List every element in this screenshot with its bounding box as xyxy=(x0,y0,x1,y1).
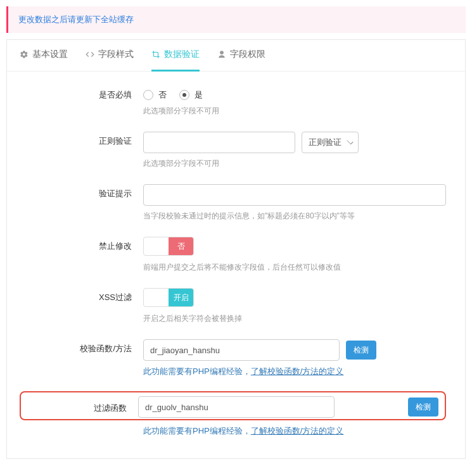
help-xss: 开启之后相关字符会被替换掉 xyxy=(143,313,446,324)
label-xss: XSS过滤 xyxy=(26,287,143,303)
label-filterfn: 过滤函数 xyxy=(27,400,138,414)
tabs: 基本设置 字段样式 数据验证 字段权限 xyxy=(7,40,465,72)
switch-knob xyxy=(144,289,169,306)
label-required: 是否必填 xyxy=(26,84,143,101)
label-tip: 验证提示 xyxy=(26,183,143,199)
row-required: 是否必填 否 是 此选项部分字段不可用 xyxy=(26,84,446,125)
row-forbid: 禁止修改 否 前端用户提交之后将不能修改字段值，后台任然可以修改值 xyxy=(26,235,446,282)
regex-select[interactable]: 正则验证 xyxy=(302,132,359,153)
code-icon xyxy=(86,50,94,59)
radio-circle-icon xyxy=(179,90,189,100)
help-filterfn-text: 此功能需要有PHP编程经验， xyxy=(143,426,251,435)
row-regex: 正则验证 正则验证 此选项部分字段不可用 xyxy=(26,130,446,178)
checkfn-input[interactable] xyxy=(143,339,340,361)
tab-permission[interactable]: 字段权限 xyxy=(217,40,265,72)
regex-input[interactable] xyxy=(143,132,295,153)
tab-basic-label: 基本设置 xyxy=(32,49,68,60)
radio-no-label: 否 xyxy=(158,89,167,101)
help-tip: 当字段校验未通过时的提示信息，如"标题必须在80字以内"等等 xyxy=(143,211,446,222)
xss-switch[interactable]: 开启 xyxy=(143,288,194,307)
help-filterfn: 此功能需要有PHP编程经验，了解校验函数/方法的定义 xyxy=(143,425,446,437)
regex-select-label: 正则验证 xyxy=(309,137,341,148)
cache-alert: 更改数据之后请更新下全站缓存 xyxy=(6,6,466,33)
filterfn-input[interactable] xyxy=(138,396,335,418)
tab-style[interactable]: 字段样式 xyxy=(86,40,134,72)
row-filterfn-wrapper: 过滤函数 检测 此功能需要有PHP编程经验，了解校验函数/方法的定义 xyxy=(26,391,446,437)
panel: 基本设置 字段样式 数据验证 字段权限 是否必填 xyxy=(6,39,466,459)
user-icon xyxy=(217,50,226,59)
tab-permission-label: 字段权限 xyxy=(230,49,265,60)
radio-yes-label: 是 xyxy=(195,89,203,101)
row-checkfn: 校验函数/方法 检测 此功能需要有PHP编程经验，了解校验函数/方法的定义 xyxy=(26,338,446,386)
tab-validate-label: 数据验证 xyxy=(164,49,200,60)
filterfn-doc-link[interactable]: 了解校验函数/方法的定义 xyxy=(251,426,344,435)
required-radio-group: 否 是 xyxy=(143,85,446,101)
switch-on-label: 开启 xyxy=(169,289,193,306)
help-forbid: 前端用户提交之后将不能修改字段值，后台任然可以修改值 xyxy=(143,262,446,273)
radio-no[interactable]: 否 xyxy=(143,89,167,101)
tab-validate[interactable]: 数据验证 xyxy=(151,40,200,72)
help-required: 此选项部分字段不可用 xyxy=(143,106,446,116)
label-regex: 正则验证 xyxy=(26,130,143,147)
alert-text: 更改数据之后请更新下全站缓存 xyxy=(18,15,134,24)
filterfn-highlight: 过滤函数 检测 xyxy=(20,391,446,420)
help-checkfn-text: 此功能需要有PHP编程经验， xyxy=(143,366,251,376)
label-checkfn: 校验函数/方法 xyxy=(26,338,143,354)
radio-circle-icon xyxy=(143,90,153,100)
tab-style-label: 字段样式 xyxy=(98,49,134,60)
tip-input[interactable] xyxy=(143,184,446,206)
crop-icon xyxy=(151,50,160,59)
help-checkfn: 此功能需要有PHP编程经验，了解校验函数/方法的定义 xyxy=(143,366,446,377)
radio-yes[interactable]: 是 xyxy=(179,89,203,101)
forbid-switch[interactable]: 否 xyxy=(143,237,194,256)
filterfn-detect-button[interactable]: 检测 xyxy=(408,398,438,416)
checkfn-doc-link[interactable]: 了解校验函数/方法的定义 xyxy=(251,366,344,376)
label-forbid: 禁止修改 xyxy=(26,235,143,252)
tab-basic[interactable]: 基本设置 xyxy=(20,40,68,72)
switch-knob xyxy=(144,237,169,255)
gear-icon xyxy=(20,50,29,59)
row-xss: XSS过滤 开启 开启之后相关字符会被替换掉 xyxy=(26,287,446,333)
row-tip: 验证提示 当字段校验未通过时的提示信息，如"标题必须在80字以内"等等 xyxy=(26,183,446,230)
help-regex: 此选项部分字段不可用 xyxy=(143,158,446,169)
switch-off-label: 否 xyxy=(169,237,193,255)
checkfn-detect-button[interactable]: 检测 xyxy=(346,341,376,360)
form: 是否必填 否 是 此选项部分字段不可用 正则验证 xyxy=(7,72,465,458)
